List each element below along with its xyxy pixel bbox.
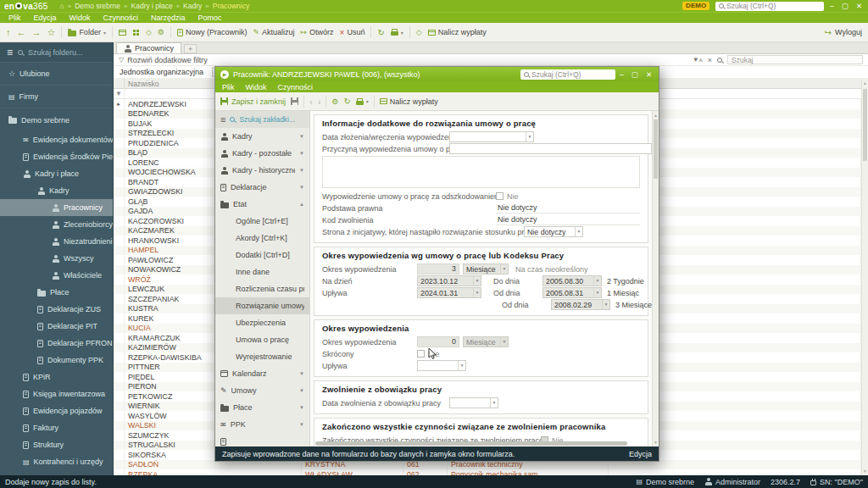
hamburger-icon[interactable]: ≡ — [220, 114, 225, 125]
list-search-input[interactable]: Szukaj — [727, 55, 863, 64]
sidebar-item-właściciele[interactable]: Właściciele — [0, 267, 113, 284]
scroll-up-arrow[interactable]: ▲ — [862, 80, 868, 86]
dropdown-select[interactable]: 2005.08.30▼ — [542, 275, 602, 286]
dialog-nav-item-kalendarz[interactable]: Kalendarz▼ — [215, 365, 309, 382]
next-record-button[interactable]: › — [318, 97, 321, 107]
dropdown-select[interactable]: ▼ — [449, 397, 498, 408]
dialog-nav-item-akordy-ctrl-k-[interactable]: Akordy [Ctrl+K] — [215, 230, 309, 247]
sidebar-item-struktury[interactable]: Struktury — [0, 436, 113, 453]
clear-filter-icon[interactable]: × — [708, 56, 712, 64]
sidebar-item-kontrahenci-i-urzędy[interactable]: ▤Kontrahenci i urzędy — [0, 453, 113, 470]
breadcrumb-item[interactable]: Demo srebrne — [75, 2, 120, 10]
tag-icon[interactable]: ◇ — [146, 28, 152, 37]
sidebar-item-firmy[interactable]: ▤Firmy — [0, 86, 113, 108]
sidebar-item-faktury[interactable]: Faktury — [0, 419, 113, 436]
scroll-thumb[interactable] — [654, 119, 658, 179]
dialog-nav-search[interactable]: ≡ Szukaj zakładki... — [215, 111, 309, 128]
sidebar-item-księga-inwentarzowa[interactable]: Księga inwentarzowa — [0, 385, 113, 402]
open-button[interactable]: ↦Otwórz — [301, 28, 334, 37]
search-options-icon[interactable] — [717, 58, 722, 63]
filter-funnel-icon[interactable]: ▽ — [119, 56, 124, 64]
dialog-nav-item-rozliczenia-czasu-pracy[interactable]: Rozliczenia czasu pracy — [215, 280, 309, 297]
dropdown-select[interactable]: ▼ — [417, 360, 466, 371]
folder-dropdown-button[interactable]: Folder▾ — [68, 28, 106, 36]
table-row[interactable]: RZEPKAWŁADYSŁAW062Pomocnik mechanika sam… — [114, 469, 861, 475]
company-indicator[interactable]: ▤Demo srebrne — [636, 478, 694, 486]
reason-textarea[interactable] — [322, 156, 640, 188]
expand-filters-label[interactable]: Rozwiń dodatkowe filtry — [127, 56, 208, 64]
refresh-icon[interactable]: ↻ — [343, 97, 350, 106]
dialog-menu-item[interactable]: Plik — [222, 83, 235, 92]
menu-item[interactable]: Plik — [8, 14, 21, 22]
menu-item[interactable]: Czynności — [103, 14, 139, 22]
dialog-nav-item-deklaracje[interactable]: Deklaracje▼ — [215, 179, 309, 196]
dialog-nav-item-ubezpieczenia[interactable]: Ubezpieczenia — [215, 314, 309, 331]
checkbox[interactable] — [417, 350, 425, 358]
dropdown-select[interactable]: 2008.02.29▼ — [551, 299, 610, 310]
dialog-nav-item-umowa-o-pracę[interactable]: Umowa o pracę — [215, 331, 309, 348]
delete-button[interactable]: ×Usuń — [340, 28, 365, 37]
breadcrumb-item[interactable]: Pracownicy — [213, 2, 249, 10]
sidebar-item-pracownicy[interactable]: Pracownicy — [0, 199, 113, 216]
form-vertical-scrollbar[interactable]: ▲ ▼ — [652, 111, 659, 446]
dialog-nav-item-partial[interactable] — [215, 433, 309, 446]
menu-item[interactable]: Narzędzia — [151, 14, 186, 22]
sidebar-item-dokumenty-ppk[interactable]: Dokumenty PPK — [0, 352, 113, 369]
dialog-menu-item[interactable]: Widok — [246, 83, 267, 92]
up-arrow-button[interactable]: ↑ — [6, 28, 11, 37]
dropdown-select[interactable]: 2005.08.31▼ — [542, 287, 602, 298]
number-input[interactable]: 0 — [417, 336, 459, 347]
filter-options-icon[interactable]: ⚙ — [331, 97, 338, 106]
scroll-up-arrow[interactable]: ▲ — [653, 113, 659, 118]
save-and-close-button[interactable]: Zapisz i zamknij — [220, 97, 286, 106]
grid-view-icon[interactable] — [133, 30, 136, 32]
prev-record-button[interactable]: ‹ — [309, 97, 313, 107]
global-search-input[interactable]: Szukaj (Ctrl+Q) — [715, 2, 824, 11]
tag-icon[interactable]: ◇ — [416, 28, 422, 37]
table-view-icon[interactable] — [119, 30, 126, 36]
save-icon[interactable] — [291, 97, 298, 105]
dialog-title-bar[interactable]: ▶ Pracownik: ANDRZEJEWSKI PAWEŁ (006), (… — [215, 67, 659, 81]
scroll-thumb[interactable] — [863, 89, 867, 161]
filter-options-icon[interactable]: ⚙ — [158, 28, 164, 37]
dropdown-select[interactable]: Miesiące▼ — [463, 263, 509, 274]
minimize-button[interactable]: – — [830, 2, 834, 10]
sidebar-item-ewidencja-dokumentów[interactable]: ✉Ewidencja dokumentów — [0, 131, 113, 148]
new-record-button[interactable]: Nowy (Pracownik) — [177, 28, 248, 36]
dialog-search-input[interactable]: Szukaj (Ctrl+Q) — [520, 69, 615, 80]
close-button[interactable]: ✕ — [856, 2, 862, 10]
sidebar-item-ewidencja-środków-pieniężnych[interactable]: Ewidencja Środków Pieniężnych — [0, 148, 113, 165]
sidebar-item-wszyscy[interactable]: Wszyscy — [0, 250, 113, 267]
logout-button[interactable]: ↪Wyloguj — [825, 28, 862, 37]
dialog-nav-item-ogólne-ctrl-e-[interactable]: Ogólne [Ctrl+E] — [215, 213, 309, 230]
favorite-star-button[interactable]: ☆ — [47, 28, 56, 37]
tab-pracownicy[interactable]: Pracownicy — [116, 42, 181, 53]
breadcrumb-item[interactable]: Kadry i płace — [131, 2, 173, 10]
dropdown-select[interactable]: 2023.10.12▼ — [417, 275, 481, 286]
dialog-nav-item-dodatki-ctrl-d-[interactable]: Dodatki [Ctrl+D] — [215, 247, 309, 263]
dialog-nav-item-kadry-pozostałe[interactable]: Kadry - pozostałe▼ — [215, 145, 309, 162]
dialog-minimize-button[interactable]: – — [620, 70, 624, 79]
scroll-down-arrow[interactable]: ▼ — [862, 469, 868, 474]
filter-sort-icon[interactable]: ▼A — [693, 56, 703, 64]
dialog-nav-item-ppk[interactable]: ✉PPK▼ — [215, 416, 309, 433]
sidebar-item-kadry-i-płace[interactable]: Kadry i płace — [0, 165, 113, 182]
user-indicator[interactable]: Administrator — [704, 478, 760, 486]
sidebar-item-kpir[interactable]: KPiR — [0, 369, 113, 385]
sidebar-search[interactable]: ≡ Szukaj folderu... — [0, 42, 113, 63]
dropdown-select[interactable]: Miesiące▼ — [463, 336, 509, 347]
update-button[interactable]: ✎Aktualizuj — [253, 28, 294, 37]
list-vertical-scrollbar[interactable]: ▲ ▼ — [861, 79, 868, 475]
sidebar-item-zleceniobiorcy[interactable]: Zleceniobiorcy — [0, 216, 113, 233]
dialog-nav-item-etat[interactable]: Etat▲ — [215, 196, 309, 213]
back-button[interactable]: ← — [17, 28, 26, 37]
dialog-nav-item-inne-dane[interactable]: Inne dane — [215, 263, 309, 280]
maximize-button[interactable]: ▢ — [842, 2, 849, 10]
dialog-nav-item-płace[interactable]: Płace▼ — [215, 399, 309, 416]
dialog-nav-item-umowy[interactable]: ✎Umowy▼ — [215, 382, 309, 399]
form-horizontal-scrollbar[interactable] — [315, 441, 640, 446]
sidebar-item-kadry[interactable]: Kadry — [0, 182, 113, 199]
dropdown-select[interactable]: ▼ — [449, 131, 534, 142]
dialog-maximize-button[interactable]: ▢ — [632, 70, 638, 79]
sidebar-item-ewidencja-pojazdów[interactable]: Ewidencja pojazdów — [0, 402, 113, 419]
